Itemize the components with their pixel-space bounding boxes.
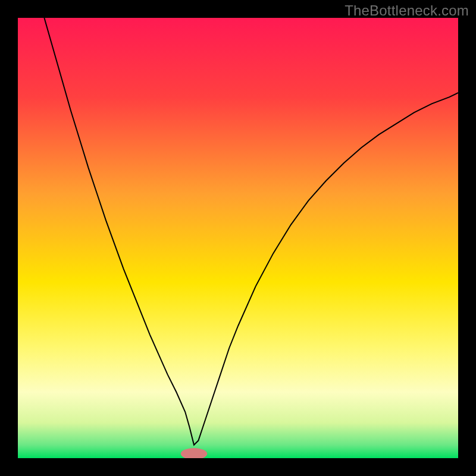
gradient-background — [18, 18, 458, 458]
chart-plot-area — [18, 18, 458, 458]
watermark-text: TheBottleneck.com — [345, 2, 469, 19]
chart-svg — [18, 18, 458, 458]
chart-frame: TheBottleneck.com — [0, 0, 476, 476]
